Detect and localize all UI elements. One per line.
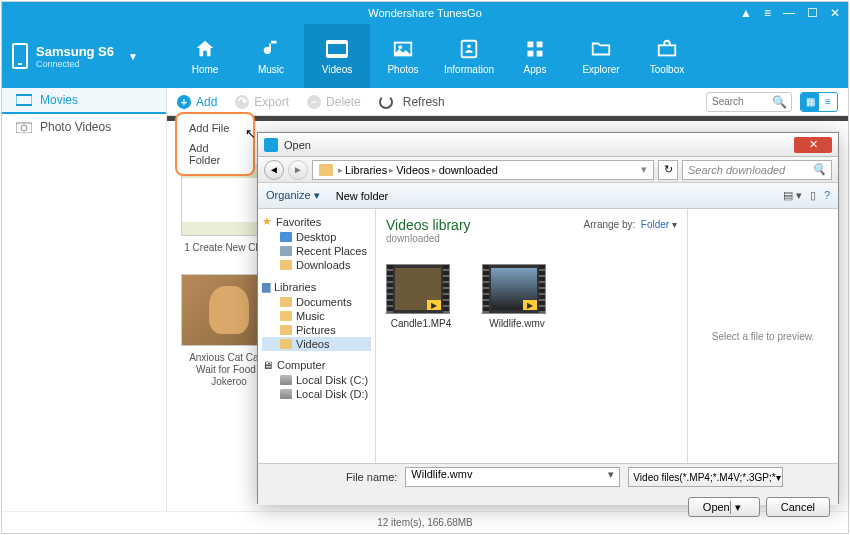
- desktop-icon: [280, 232, 292, 242]
- filename-input[interactable]: Wildlife.wmv▾: [405, 467, 620, 487]
- arrange-by[interactable]: Arrange by: Folder ▾: [584, 219, 677, 230]
- add-file-item[interactable]: Add File ↖: [177, 118, 253, 138]
- add-button[interactable]: +Add: [177, 95, 217, 109]
- export-button[interactable]: ↷Export: [235, 95, 289, 109]
- cursor-icon: ↖: [245, 126, 256, 141]
- library-sub: downloaded: [386, 233, 677, 244]
- folder-icon: [280, 339, 292, 349]
- tree-libraries[interactable]: ▆Libraries: [262, 280, 371, 293]
- svg-rect-1: [327, 41, 347, 44]
- tab-videos[interactable]: Videos: [304, 24, 370, 88]
- maximize-icon[interactable]: ☐: [807, 6, 818, 20]
- svg-rect-13: [16, 94, 32, 96]
- folder-icon: [280, 325, 292, 335]
- search-box[interactable]: 🔍: [706, 92, 792, 112]
- breadcrumb[interactable]: ▸ Libraries▸ Videos▸ downloaded ▾: [312, 160, 654, 180]
- preview-pane: Select a file to preview.: [688, 209, 838, 463]
- sidebar-item-movies[interactable]: Movies: [2, 88, 166, 114]
- dialog-close-button[interactable]: ✕: [794, 137, 832, 153]
- back-button[interactable]: ◄: [264, 160, 284, 180]
- search-input[interactable]: [712, 96, 772, 107]
- file-list: Videos library downloaded Arrange by: Fo…: [376, 209, 688, 463]
- svg-point-6: [467, 44, 471, 48]
- sidebar-item-photo-videos[interactable]: Photo Videos: [2, 114, 166, 140]
- folder-tree: ★Favorites Desktop Recent Places Downloa…: [258, 209, 376, 463]
- view-mode-switch[interactable]: ▦ ≡: [800, 92, 838, 112]
- dialog-titlebar: Open ✕: [258, 133, 838, 157]
- folder-icon: [280, 260, 292, 270]
- tab-explorer[interactable]: Explorer: [568, 24, 634, 88]
- dialog-search[interactable]: Search downloaded 🔍: [682, 160, 832, 180]
- file-item[interactable]: ▶ Candle1.MP4: [386, 264, 456, 329]
- svg-rect-8: [537, 42, 543, 48]
- tree-item[interactable]: Local Disk (C:): [262, 373, 371, 387]
- disk-icon: [280, 389, 292, 399]
- add-dropdown: Add File ↖ Add Folder: [175, 112, 255, 176]
- open-button[interactable]: Open▾: [688, 497, 760, 517]
- minimize-icon[interactable]: —: [783, 6, 795, 20]
- dialog-title: Open: [284, 139, 311, 151]
- film-icon: [16, 94, 32, 106]
- app-icon: [264, 138, 278, 152]
- tree-computer[interactable]: 🖥Computer: [262, 359, 371, 371]
- open-split-icon[interactable]: ▾: [730, 501, 745, 514]
- device-status: Connected: [36, 59, 114, 69]
- cancel-button[interactable]: Cancel: [766, 497, 830, 517]
- disk-icon: [280, 375, 292, 385]
- add-folder-item[interactable]: Add Folder: [177, 138, 253, 170]
- tab-music[interactable]: Music: [238, 24, 304, 88]
- tree-item[interactable]: Recent Places: [262, 244, 371, 258]
- menu-icon[interactable]: ≡: [764, 6, 771, 20]
- device-selector[interactable]: Samsung S6 Connected ▼: [12, 43, 162, 69]
- view-button[interactable]: ▤ ▾: [783, 189, 802, 202]
- tab-photos[interactable]: Photos: [370, 24, 436, 88]
- grid-view-icon[interactable]: ▦: [801, 93, 819, 111]
- folder-icon: [280, 297, 292, 307]
- file-filter[interactable]: Video files(*.MP4;*.M4V;*.3GP;*▾: [628, 467, 783, 487]
- tree-item[interactable]: Music: [262, 309, 371, 323]
- app-title: Wondershare TunesGo: [368, 7, 482, 19]
- preview-pane-button[interactable]: ▯: [810, 189, 816, 202]
- tree-item[interactable]: Documents: [262, 295, 371, 309]
- help-button[interactable]: ?: [824, 189, 830, 202]
- thumbnail-strip: [167, 116, 848, 121]
- video-thumb-icon: ▶: [482, 264, 546, 314]
- list-view-icon[interactable]: ≡: [819, 93, 837, 111]
- nav-bar: Samsung S6 Connected ▼ Home Music Videos…: [2, 24, 848, 88]
- close-icon[interactable]: ✕: [830, 6, 840, 20]
- plus-icon: +: [177, 95, 191, 109]
- tree-item[interactable]: Downloads: [262, 258, 371, 272]
- star-icon: ★: [262, 215, 272, 228]
- video-thumb-icon: ▶: [386, 264, 450, 314]
- organize-button[interactable]: Organize ▾: [266, 189, 320, 202]
- recent-icon: [280, 246, 292, 256]
- refresh-icon[interactable]: ↻: [658, 160, 678, 180]
- tree-item-videos[interactable]: Videos: [262, 337, 371, 351]
- dialog-toolbar: Organize ▾ New folder ▤ ▾ ▯ ?: [258, 183, 838, 209]
- svg-point-4: [398, 45, 402, 49]
- tab-home[interactable]: Home: [172, 24, 238, 88]
- tab-information[interactable]: Information: [436, 24, 502, 88]
- svg-rect-5: [462, 41, 477, 58]
- file-item[interactable]: ▶ Wildlife.wmv: [482, 264, 552, 329]
- delete-button[interactable]: −Delete: [307, 95, 361, 109]
- title-bar: Wondershare TunesGo ▲ ≡ — ☐ ✕: [2, 2, 848, 24]
- tree-item[interactable]: Local Disk (D:): [262, 387, 371, 401]
- forward-button[interactable]: ►: [288, 160, 308, 180]
- user-icon[interactable]: ▲: [740, 6, 752, 20]
- tree-item[interactable]: Desktop: [262, 230, 371, 244]
- library-icon: [319, 164, 333, 176]
- refresh-icon: [379, 95, 393, 109]
- new-folder-button[interactable]: New folder: [336, 190, 389, 202]
- tab-toolbox[interactable]: Toolbox: [634, 24, 700, 88]
- svg-rect-10: [537, 51, 543, 57]
- folder-icon: [280, 311, 292, 321]
- refresh-button[interactable]: Refresh: [379, 95, 445, 109]
- tree-favorites[interactable]: ★Favorites: [262, 215, 371, 228]
- tree-item[interactable]: Pictures: [262, 323, 371, 337]
- svg-rect-7: [528, 42, 534, 48]
- svg-rect-9: [528, 51, 534, 57]
- search-icon: 🔍: [812, 163, 826, 176]
- tab-apps[interactable]: Apps: [502, 24, 568, 88]
- minus-icon: −: [307, 95, 321, 109]
